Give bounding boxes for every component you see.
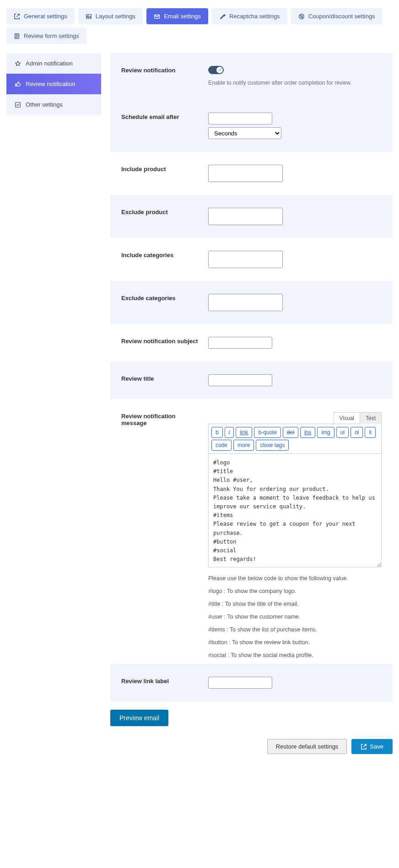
editor-tab-visual[interactable]: Visual	[334, 412, 360, 424]
label-schedule-email: Schedule email after	[121, 113, 199, 139]
input-exclude-product[interactable]	[208, 208, 283, 225]
row-exclude-product: Exclude product	[110, 195, 393, 238]
svg-point-4	[300, 15, 301, 16]
help-title: #title : To show the title of the email.	[208, 601, 382, 607]
help-social: #social : To show the social media profi…	[208, 652, 382, 658]
label-subject: Review notification subject	[121, 337, 199, 349]
main-panel: Review notification Enable to notify cus…	[110, 53, 393, 754]
tbtn-del[interactable]: del	[283, 427, 298, 438]
sidebar-label: Other settings	[26, 101, 63, 108]
input-include-categories[interactable]	[208, 251, 283, 268]
check-square-icon	[15, 102, 21, 108]
tab-label: Coupon/discount settings	[308, 13, 375, 20]
sidebar: Admin notification Review notification O…	[6, 53, 101, 754]
tab-label: Review form settings	[24, 32, 79, 39]
tbtn-link[interactable]: link	[236, 427, 252, 438]
editor-toolbar: b i link b-quote del ins img ul ol li co…	[208, 424, 382, 454]
tab-label: Email settings	[164, 13, 201, 20]
tbtn-italic[interactable]: i	[225, 427, 234, 438]
tab-layout-settings[interactable]: Layout settings	[78, 8, 143, 24]
save-arrow-icon	[361, 744, 367, 750]
preview-email-button[interactable]: Preview email	[110, 710, 168, 726]
row-exclude-categories: Exclude categories	[110, 281, 393, 324]
tbtn-more[interactable]: more	[233, 440, 254, 451]
help-items: #items : To show the list of purchase it…	[208, 626, 382, 633]
tab-label: Recaptcha settings	[229, 13, 280, 20]
wrench-icon	[219, 13, 226, 20]
label-message: Review notification message	[121, 412, 199, 658]
tbtn-code[interactable]: code	[211, 440, 232, 451]
tbtn-li[interactable]: li	[365, 427, 375, 438]
desc-review-notification: Enable to notify customer after order co…	[208, 79, 382, 87]
help-button: #button : To show the review link button…	[208, 639, 382, 646]
tbtn-ul[interactable]: ul	[336, 427, 349, 438]
top-tabs: General settings Layout settings Email s…	[6, 8, 393, 44]
row-schedule-email: Schedule email after Seconds	[110, 100, 393, 152]
label-exclude-categories: Exclude categories	[121, 294, 199, 311]
star-icon	[15, 60, 21, 67]
tab-recaptcha-settings[interactable]: Recaptcha settings	[212, 8, 287, 24]
input-link-label[interactable]	[208, 677, 272, 689]
sidebar-review-notification[interactable]: Review notification	[6, 74, 101, 94]
save-button[interactable]: Save	[351, 739, 393, 754]
sidebar-other-settings[interactable]: Other settings	[6, 94, 101, 115]
editor-tab-text[interactable]: Text	[360, 412, 382, 424]
svg-point-5	[302, 16, 303, 17]
percent-icon	[298, 13, 305, 20]
sidebar-label: Review notification	[26, 81, 75, 87]
input-subject[interactable]	[208, 337, 272, 349]
textarea-message[interactable]: #logo #title Hello #user, Thank You for …	[208, 454, 382, 567]
sidebar-label: Admin notification	[26, 60, 73, 67]
restore-defaults-button[interactable]: Restore default settings	[267, 739, 347, 754]
row-subject: Review notification subject	[110, 324, 393, 361]
footer-actions: Restore default settings Save	[110, 739, 393, 754]
label-title: Review title	[121, 374, 199, 386]
editor-tabs: Visual Text	[208, 412, 382, 424]
tab-label: Layout settings	[96, 13, 135, 20]
row-include-categories: Include categories	[110, 238, 393, 281]
picture-icon	[86, 13, 92, 20]
label-include-product: Include product	[121, 165, 199, 182]
row-message: Review notification message Visual Text …	[110, 399, 393, 664]
thumb-up-icon	[15, 81, 21, 87]
tbtn-ins[interactable]: ins	[300, 427, 315, 438]
arrow-in-icon	[14, 13, 20, 20]
label-exclude-product: Exclude product	[121, 208, 199, 225]
input-include-product[interactable]	[208, 165, 283, 182]
label-include-categories: Include categories	[121, 251, 199, 268]
help-logo: #logo : To show the company logo.	[208, 588, 382, 594]
form-icon	[14, 33, 20, 39]
tbtn-ol[interactable]: ol	[350, 427, 363, 438]
tab-review-form-settings[interactable]: Review form settings	[6, 28, 86, 44]
tbtn-bold[interactable]: b	[211, 427, 223, 438]
tbtn-img[interactable]: img	[317, 427, 334, 438]
save-label: Save	[370, 743, 383, 750]
tab-label: General settings	[24, 13, 67, 20]
input-exclude-categories[interactable]	[208, 294, 283, 311]
tbtn-close-tags[interactable]: close tags	[256, 440, 289, 451]
svg-rect-7	[16, 102, 21, 107]
tbtn-bquote[interactable]: b-quote	[254, 427, 281, 438]
label-link-label: Review link label	[121, 677, 199, 689]
help-block: Please use the below code to show the fo…	[208, 575, 382, 658]
help-user: #user : To show the customer name.	[208, 614, 382, 620]
mail-icon	[154, 13, 160, 20]
tab-coupon-settings[interactable]: Coupon/discount settings	[291, 8, 383, 24]
input-schedule-value[interactable]	[208, 113, 272, 124]
row-include-product: Include product	[110, 152, 393, 195]
row-title: Review title	[110, 361, 393, 399]
row-review-notification: Review notification Enable to notify cus…	[110, 53, 393, 100]
tab-general-settings[interactable]: General settings	[6, 8, 75, 24]
toggle-review-notification[interactable]	[208, 66, 224, 74]
row-link-label: Review link label	[110, 664, 393, 701]
tab-email-settings[interactable]: Email settings	[146, 8, 208, 24]
help-intro: Please use the below code to show the fo…	[208, 575, 382, 582]
sidebar-admin-notification[interactable]: Admin notification	[6, 53, 101, 74]
select-schedule-unit[interactable]: Seconds	[208, 127, 281, 139]
label-review-notification: Review notification	[121, 66, 199, 87]
input-title[interactable]	[208, 374, 272, 386]
